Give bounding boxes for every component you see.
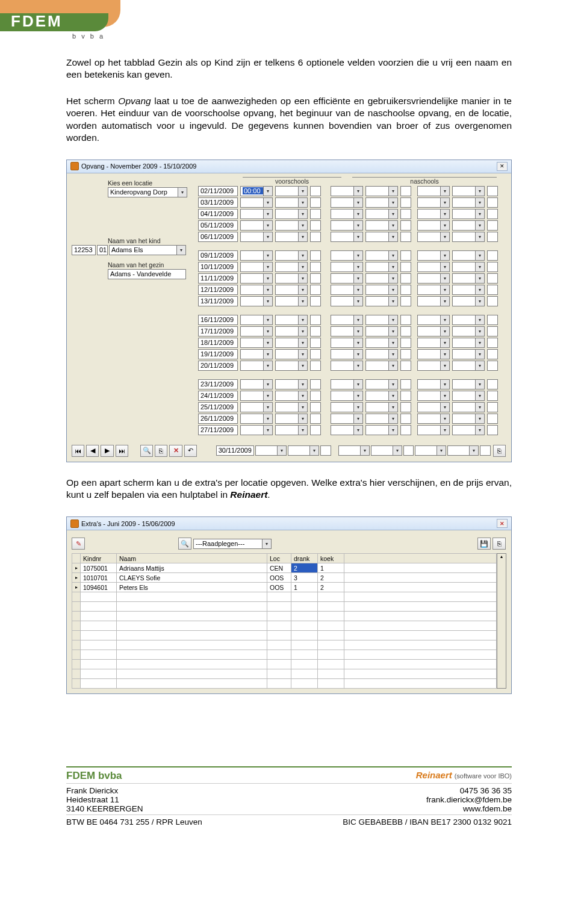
date-cell[interactable]: 06/11/2009 — [198, 232, 238, 242]
last-voor-end[interactable]: ▾ — [288, 445, 319, 456]
na-combo[interactable]: ▾ — [417, 197, 450, 208]
voor-start-combo[interactable]: ▾ — [240, 391, 273, 401]
na-extra[interactable] — [487, 220, 498, 231]
voor-end-combo[interactable]: ▾ — [275, 285, 308, 295]
voor-start-combo[interactable]: ▾ — [240, 326, 273, 336]
save-button[interactable]: 💾 — [477, 538, 491, 550]
na-combo[interactable]: ▾ — [452, 379, 485, 389]
na-combo[interactable]: ▾ — [331, 232, 363, 242]
last-na-start[interactable]: ▾ — [338, 445, 370, 456]
voor-start-combo[interactable]: ▾ — [240, 414, 273, 424]
voor-start-combo[interactable]: ▾ — [240, 402, 273, 412]
na-combo[interactable]: ▾ — [452, 349, 485, 359]
voor-start-combo[interactable]: ▾ — [240, 273, 273, 284]
na-combo[interactable]: ▾ — [417, 391, 450, 401]
kind-id1[interactable]: 12253 — [72, 245, 96, 255]
na-combo[interactable]: ▾ — [331, 285, 363, 295]
na-extra[interactable] — [487, 250, 498, 261]
na-combo[interactable]: ▾ — [365, 197, 398, 208]
kind-id2[interactable]: 01 — [97, 245, 108, 255]
voor-extra[interactable] — [310, 315, 321, 325]
voor-start-combo[interactable]: ▾ — [240, 315, 273, 325]
na-extra[interactable] — [400, 425, 411, 435]
na-extra[interactable] — [400, 285, 411, 295]
na-extra[interactable] — [487, 262, 498, 272]
na-combo[interactable]: ▾ — [417, 220, 450, 231]
date-cell[interactable]: 25/11/2009 — [198, 402, 238, 412]
na-combo[interactable]: ▾ — [331, 197, 363, 208]
na-combo[interactable]: ▾ — [365, 315, 398, 325]
nav-next-button[interactable]: ▶ — [101, 445, 113, 457]
voor-end-combo[interactable]: ▾ — [275, 338, 308, 348]
na-combo[interactable]: ▾ — [417, 296, 450, 306]
date-cell[interactable]: 26/11/2009 — [198, 414, 238, 424]
na-extra[interactable] — [487, 197, 498, 208]
last-na-c3[interactable]: ▾ — [415, 445, 446, 456]
voor-start-combo[interactable]: ▾ — [240, 250, 273, 261]
na-combo[interactable]: ▾ — [417, 262, 450, 272]
na-combo[interactable]: ▾ — [417, 349, 450, 359]
na-extra[interactable] — [400, 250, 411, 261]
na-combo[interactable]: ▾ — [452, 273, 485, 284]
na-combo[interactable]: ▾ — [331, 315, 363, 325]
na-combo[interactable]: ▾ — [417, 326, 450, 336]
close-icon[interactable]: ✕ — [497, 519, 508, 528]
na-combo[interactable]: ▾ — [331, 273, 363, 284]
na-combo[interactable]: ▾ — [331, 220, 363, 231]
table-row[interactable]: ▸1075001Adriaans MattijsCEN21 — [72, 563, 497, 573]
na-extra[interactable] — [400, 197, 411, 208]
date-cell[interactable]: 17/11/2009 — [198, 326, 238, 336]
table-row[interactable] — [72, 631, 497, 640]
na-extra[interactable] — [487, 379, 498, 389]
na-combo[interactable]: ▾ — [417, 232, 450, 242]
na-combo[interactable]: ▾ — [417, 414, 450, 424]
na-combo[interactable]: ▾ — [417, 402, 450, 412]
nav-last-button[interactable]: ⏭ — [116, 445, 128, 457]
na-combo[interactable]: ▾ — [452, 262, 485, 272]
na-extra[interactable] — [400, 315, 411, 325]
na-combo[interactable]: ▾ — [452, 186, 485, 196]
table-row[interactable] — [72, 640, 497, 650]
date-cell[interactable]: 11/11/2009 — [198, 273, 238, 284]
na-combo[interactable]: ▾ — [331, 425, 363, 435]
na-combo[interactable]: ▾ — [452, 209, 485, 219]
voor-extra[interactable] — [310, 391, 321, 401]
date-cell[interactable]: 16/11/2009 — [198, 315, 238, 325]
na-combo[interactable]: ▾ — [417, 209, 450, 219]
voor-extra[interactable] — [310, 361, 321, 371]
voor-start-combo[interactable]: ▾ — [240, 232, 273, 242]
col-naam[interactable]: Naam — [117, 554, 267, 563]
na-extra[interactable] — [487, 232, 498, 242]
voor-start-combo[interactable]: ▾ — [240, 338, 273, 348]
na-combo[interactable]: ▾ — [331, 402, 363, 412]
last-voor-extra[interactable] — [320, 445, 331, 456]
na-combo[interactable]: ▾ — [452, 285, 485, 295]
col-loc[interactable]: Loc — [267, 554, 291, 563]
na-combo[interactable]: ▾ — [331, 349, 363, 359]
table-row[interactable] — [72, 650, 497, 660]
voor-extra[interactable] — [310, 326, 321, 336]
na-combo[interactable]: ▾ — [331, 326, 363, 336]
voor-end-combo[interactable]: ▾ — [275, 296, 308, 306]
col-drank[interactable]: drank — [291, 554, 318, 563]
na-extra[interactable] — [400, 361, 411, 371]
scroll-up-button[interactable]: ▴ — [497, 554, 506, 562]
mode-combo[interactable]: ---Raadplegen--- ▾ — [193, 539, 272, 549]
na-combo[interactable]: ▾ — [365, 379, 398, 389]
na-combo[interactable]: ▾ — [365, 361, 398, 371]
na-extra[interactable] — [400, 402, 411, 412]
voor-start-combo[interactable]: ▾ — [240, 361, 273, 371]
na-extra[interactable] — [400, 414, 411, 424]
last-na-extra1[interactable] — [403, 445, 414, 456]
na-combo[interactable]: ▾ — [452, 232, 485, 242]
na-combo[interactable]: ▾ — [452, 402, 485, 412]
voor-extra[interactable] — [310, 186, 321, 196]
na-combo[interactable]: ▾ — [365, 262, 398, 272]
voor-start-combo[interactable]: ▾ — [240, 379, 273, 389]
kind-combo[interactable]: Adams Els ▾ — [109, 245, 186, 255]
date-cell[interactable]: 18/11/2009 — [198, 338, 238, 348]
na-combo[interactable]: ▾ — [365, 296, 398, 306]
voor-extra[interactable] — [310, 402, 321, 412]
last-voor-start[interactable]: ▾ — [255, 445, 287, 456]
na-extra[interactable] — [487, 338, 498, 348]
